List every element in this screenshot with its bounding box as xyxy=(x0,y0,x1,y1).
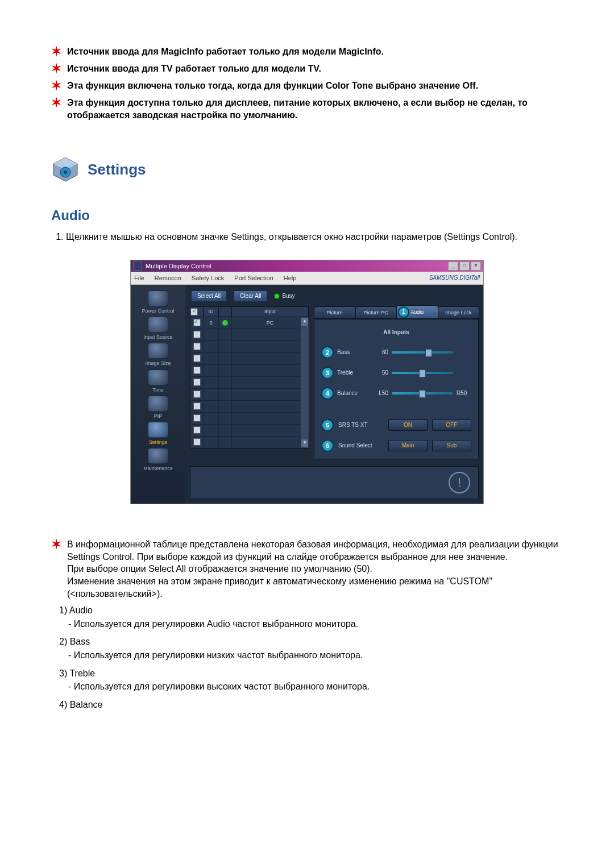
row-checkbox[interactable] xyxy=(193,426,201,434)
scroll-down-icon[interactable]: ▼ xyxy=(301,439,309,448)
sidebar-item-time[interactable]: Time xyxy=(148,369,168,393)
brand-label: SAMSUNG DIGITall xyxy=(429,274,480,282)
audio-title: Audio xyxy=(51,206,563,225)
app-icon xyxy=(133,261,142,271)
titlebar[interactable]: Multiple Display Control _ □ × xyxy=(131,260,483,272)
settings-header: Settings xyxy=(51,155,563,184)
srs-row: 5 SRS TS XT ON OFF xyxy=(321,419,471,431)
settings-panel: Picture Picture PC 1 Audio Image Lock Al… xyxy=(314,306,479,460)
table-row[interactable] xyxy=(190,365,309,377)
bass-slider[interactable] xyxy=(392,351,453,354)
image-size-icon xyxy=(148,343,168,359)
sidebar-item-pip[interactable]: PIP xyxy=(148,396,168,420)
sidebar-item-power[interactable]: Power Control xyxy=(142,290,174,314)
row-checkbox[interactable] xyxy=(193,367,201,374)
row-checkbox[interactable] xyxy=(193,402,201,410)
close-button[interactable]: × xyxy=(471,261,481,271)
scroll-up-icon[interactable]: ▲ xyxy=(301,317,309,326)
note-text: Источник ввода для MagicInfo работает то… xyxy=(67,45,384,58)
row-id: 0 xyxy=(204,317,219,329)
maximize-button[interactable]: □ xyxy=(459,261,470,271)
table-row[interactable] xyxy=(190,341,309,353)
row-checkbox[interactable] xyxy=(193,355,201,362)
col-input[interactable]: Input xyxy=(232,307,309,317)
star-icon: ✶ xyxy=(51,80,61,92)
item-num-3: 3) xyxy=(59,668,67,678)
slider-thumb[interactable] xyxy=(419,390,426,398)
row-checkbox[interactable] xyxy=(193,319,201,326)
audio-step-1: Щелкните мышью на основном значке Settin… xyxy=(66,231,563,243)
table-row[interactable] xyxy=(190,413,309,425)
col-status[interactable] xyxy=(219,307,232,317)
tab-picture[interactable]: Picture xyxy=(314,306,356,319)
table-row[interactable] xyxy=(190,389,309,401)
after-note-p2: Изменение значения на этом экране привод… xyxy=(67,576,492,599)
menu-file[interactable]: File xyxy=(134,274,144,283)
marker-4: 4 xyxy=(321,387,334,400)
tab-picture-pc[interactable]: Picture PC xyxy=(355,306,397,319)
time-icon xyxy=(148,369,168,385)
row-checkbox[interactable] xyxy=(193,438,201,446)
row-checkbox[interactable] xyxy=(193,414,201,422)
select-all-button[interactable]: Select All xyxy=(191,290,227,302)
input-icon xyxy=(148,317,168,333)
balance-slider[interactable] xyxy=(392,392,453,394)
table-row[interactable] xyxy=(190,425,309,437)
marker-2: 2 xyxy=(321,346,334,359)
minimize-button[interactable]: _ xyxy=(448,261,458,271)
note-text: Эта функция доступна только для дисплеев… xyxy=(67,97,563,121)
tab-audio[interactable]: 1 Audio xyxy=(396,305,438,319)
srs-label: SRS TS XT xyxy=(338,421,384,429)
item-title-balance: Balance xyxy=(70,700,103,709)
note-text: Источник ввода для TV работает только дл… xyxy=(67,63,321,75)
sidebar-item-input[interactable]: Input Source xyxy=(143,317,172,340)
item-desc-audio: - Используется для регулировки Audio час… xyxy=(68,618,563,630)
slider-thumb[interactable] xyxy=(419,369,426,377)
grid-scrollbar[interactable]: ▲ ▼ xyxy=(301,317,309,448)
table-row[interactable] xyxy=(190,437,309,448)
table-row[interactable]: 0 PC xyxy=(190,317,309,329)
sidebar-item-maintenance[interactable]: Maintenance xyxy=(143,448,173,472)
col-id[interactable]: ID xyxy=(204,307,219,317)
star-icon: ✶ xyxy=(51,97,61,109)
menu-safety-lock[interactable]: Safety Lock xyxy=(192,274,224,283)
row-checkbox[interactable] xyxy=(193,391,201,398)
menu-help[interactable]: Help xyxy=(284,274,297,283)
bass-label: Bass xyxy=(337,348,369,356)
window-title: Multiple Display Control xyxy=(146,262,448,271)
menu-port-selection[interactable]: Port Selection xyxy=(234,274,273,283)
all-inputs-label: All Inputs xyxy=(321,329,471,337)
status-dot-icon xyxy=(222,320,228,326)
busy-indicator: Busy xyxy=(274,292,294,300)
status-bar: ! xyxy=(190,466,479,499)
srs-off-button[interactable]: OFF xyxy=(432,420,471,431)
table-row[interactable] xyxy=(190,377,309,389)
sidebar-item-settings[interactable]: Settings xyxy=(148,422,168,446)
header-checkbox[interactable] xyxy=(190,308,198,315)
sidebar-item-image-size[interactable]: Image Size xyxy=(145,343,171,367)
menu-remocon[interactable]: Remocon xyxy=(155,274,181,283)
table-row[interactable] xyxy=(190,329,309,341)
clear-all-button[interactable]: Clear All xyxy=(234,290,267,302)
busy-dot-icon xyxy=(274,293,280,299)
row-checkbox[interactable] xyxy=(193,343,201,350)
treble-value: 50 xyxy=(372,369,388,377)
tab-image-lock[interactable]: Image Lock xyxy=(438,306,480,319)
item-title-audio: Audio xyxy=(69,605,93,615)
row-checkbox[interactable] xyxy=(193,379,201,386)
srs-on-button[interactable]: ON xyxy=(388,420,428,431)
item-desc-treble: - Используется для регулировки высоких ч… xyxy=(68,680,563,693)
treble-slider[interactable] xyxy=(392,372,453,374)
sound-main-button[interactable]: Main xyxy=(388,440,428,451)
row-checkbox[interactable] xyxy=(193,331,201,338)
row-input: PC xyxy=(232,317,309,329)
sound-sub-button[interactable]: Sub xyxy=(432,440,471,451)
table-row[interactable] xyxy=(190,353,309,365)
slider-thumb[interactable] xyxy=(425,349,432,357)
marker-5: 5 xyxy=(321,419,334,431)
item-title-treble: Treble xyxy=(69,668,95,678)
balance-label: Balance xyxy=(337,389,369,397)
treble-row: 3 Treble 50 xyxy=(321,367,471,379)
col-check[interactable] xyxy=(190,307,204,317)
table-row[interactable] xyxy=(190,401,309,413)
